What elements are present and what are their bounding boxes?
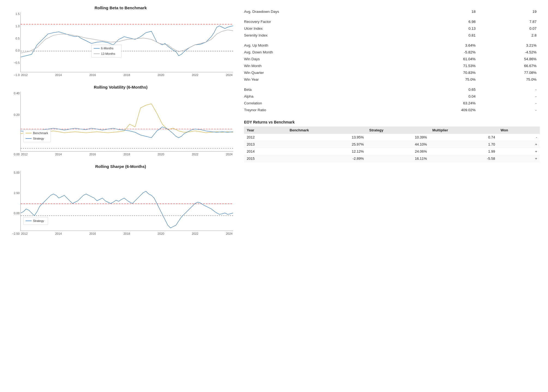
stats-label: Correlation: [244, 100, 418, 107]
rolling-volatility-chart-block: Rolling Volatility (6-Months) 0.40 0.20 …: [8, 85, 233, 156]
stats-col1: -5.82%: [418, 49, 479, 56]
eoy-row: 201325.97%44.10%1.70+: [244, 141, 540, 148]
eoy-header-cell: Year: [244, 126, 287, 134]
eoy-cell: -5.58: [430, 155, 498, 162]
stats-col1: 61.04%: [418, 56, 479, 62]
rolling-beta-svg: 6-Months 12-Months: [21, 12, 233, 72]
stats-label: Treynor Ratio: [244, 107, 418, 113]
rolling-beta-title: Rolling Beta to Benchmark: [95, 5, 147, 10]
stats-label: Avg. Drawdown Days: [244, 8, 418, 15]
eoy-cell: 2012: [244, 134, 287, 141]
stats-col1: 0.04: [418, 93, 479, 100]
stats-row: Ulcer Index0.130.07: [244, 25, 540, 32]
stats-label: Beta: [244, 86, 418, 93]
eoy-cell: 2014: [244, 148, 287, 155]
eoy-cell: 25.97%: [287, 141, 366, 148]
eoy-cell: +: [498, 141, 540, 148]
eoy-cell: -: [498, 134, 540, 141]
rolling-sharpe-chart-block: Rolling Sharpe (6-Months) 5.00 2.50 0.00…: [8, 164, 233, 235]
stats-row: Avg. Down Month-5.82%-4.52%: [244, 49, 540, 56]
rolling-vol-chart-area: Benchmark Strategy: [20, 92, 233, 152]
stats-col2: -: [479, 93, 540, 100]
rolling-vol-x-labels: 2012 2014 2016 2018 2020 2022 2024: [20, 153, 233, 156]
eoy-cell: 12.12%: [287, 148, 366, 155]
stats-row: Win Days61.04%54.86%: [244, 56, 540, 62]
rolling-beta-chart-area: 6-Months 12-Months: [20, 12, 233, 72]
stats-label: Win Month: [244, 62, 418, 69]
eoy-cell: +: [498, 148, 540, 155]
rolling-beta-x-labels: 2012 2014 2016 2018 2020 2022 2024: [20, 73, 233, 77]
stats-row: Win Month71.53%66.67%: [244, 62, 540, 69]
eoy-cell: 44.10%: [366, 141, 430, 148]
stats-row: Win Quarter70.83%77.08%: [244, 69, 540, 76]
stats-col1: 0.81: [418, 32, 479, 39]
stats-col2: 7.87: [479, 18, 540, 25]
eoy-cell: 2015: [244, 155, 287, 162]
rolling-vol-y-labels: 0.40 0.20 0.00: [10, 92, 20, 156]
rolling-sharpe-title: Rolling Sharpe (6-Months): [95, 164, 146, 169]
stats-row: Correlation63.24%-: [244, 100, 540, 107]
stats-col1: 0.65: [418, 86, 479, 93]
stats-label: Win Year: [244, 76, 418, 83]
eoy-row: 2015-2.89%16.11%-5.58+: [244, 155, 540, 162]
stats-col2: 66.67%: [479, 62, 540, 69]
stats-col2: -4.52%: [479, 49, 540, 56]
stats-col2: 54.86%: [479, 56, 540, 62]
stats-col1: 70.83%: [418, 69, 479, 76]
eoy-row: 201213.95%10.39%0.74-: [244, 134, 540, 141]
rolling-beta-y-labels: 1.5 1.0 0.5 0.0 −0.5 −1.0: [10, 12, 20, 77]
stats-label: Avg. Up Month: [244, 42, 418, 49]
svg-text:6-Months: 6-Months: [101, 47, 114, 50]
eoy-cell: 0.74: [430, 134, 498, 141]
stats-row: Recovery Factor6.987.87: [244, 18, 540, 25]
rolling-vol-svg: Benchmark Strategy: [21, 92, 233, 151]
stats-col1: 71.53%: [418, 62, 479, 69]
stats-row: Treynor Ratio409.02%-: [244, 107, 540, 113]
eoy-cell: 10.39%: [366, 134, 430, 141]
stats-col2: 0.07: [479, 25, 540, 32]
charts-column: Rolling Beta to Benchmark 1.5 1.0 0.5 0.…: [8, 5, 233, 235]
stats-table: Avg. Drawdown Days1819Recovery Factor6.9…: [244, 8, 540, 113]
stats-row: Avg. Up Month3.64%3.21%: [244, 42, 540, 49]
stats-label: Alpha: [244, 93, 418, 100]
stats-row: Avg. Drawdown Days1819: [244, 8, 540, 15]
eoy-header-cell: Strategy: [366, 126, 430, 134]
stats-label: Win Days: [244, 56, 418, 62]
svg-text:Strategy: Strategy: [33, 219, 44, 222]
rolling-sharpe-y-labels: 5.00 2.50 0.00 −2.50: [10, 171, 20, 235]
svg-text:Strategy: Strategy: [33, 137, 44, 140]
stats-row: Win Year75.0%75.0%: [244, 76, 540, 83]
stats-row: Beta0.65-: [244, 86, 540, 93]
stats-label: Avg. Down Month: [244, 49, 418, 56]
stats-col2: 77.08%: [479, 69, 540, 76]
rolling-sharpe-chart-area: Strategy: [20, 171, 233, 231]
rolling-sharpe-x-labels: 2012 2014 2016 2018 2020 2022 2024: [20, 232, 233, 235]
stats-col2: -: [479, 107, 540, 113]
stats-col1: 63.24%: [418, 100, 479, 107]
rolling-beta-chart-block: Rolling Beta to Benchmark 1.5 1.0 0.5 0.…: [8, 5, 233, 77]
eoy-header-cell: Multiplier: [430, 126, 498, 134]
stats-col1: 6.98: [418, 18, 479, 25]
main-container: Rolling Beta to Benchmark 1.5 1.0 0.5 0.…: [0, 0, 548, 241]
stats-col2: 3.21%: [479, 42, 540, 49]
stats-row: Alpha0.04-: [244, 93, 540, 100]
eoy-header-cell: Won: [498, 126, 540, 134]
stats-col2: 19: [479, 8, 540, 15]
stats-col1: 3.64%: [418, 42, 479, 49]
eoy-cell: 16.11%: [366, 155, 430, 162]
eoy-cell: 1.99: [430, 148, 498, 155]
eoy-row: 201412.12%24.06%1.99+: [244, 148, 540, 155]
eoy-cell: 24.06%: [366, 148, 430, 155]
stats-label: Serenity Index: [244, 32, 418, 39]
eoy-header-cell: Benchmark: [287, 126, 366, 134]
stats-col1: 409.02%: [418, 107, 479, 113]
eoy-cell: 1.70: [430, 141, 498, 148]
eoy-cell: -2.89%: [287, 155, 366, 162]
stats-label: Recovery Factor: [244, 18, 418, 25]
eoy-section: EOY Returns vs Benchmark YearBenchmarkSt…: [244, 120, 540, 162]
stats-label: Win Quarter: [244, 69, 418, 76]
svg-text:Benchmark: Benchmark: [33, 131, 48, 135]
eoy-title: EOY Returns vs Benchmark: [244, 120, 540, 124]
eoy-cell: 13.95%: [287, 134, 366, 141]
stats-label: Ulcer Index: [244, 25, 418, 32]
